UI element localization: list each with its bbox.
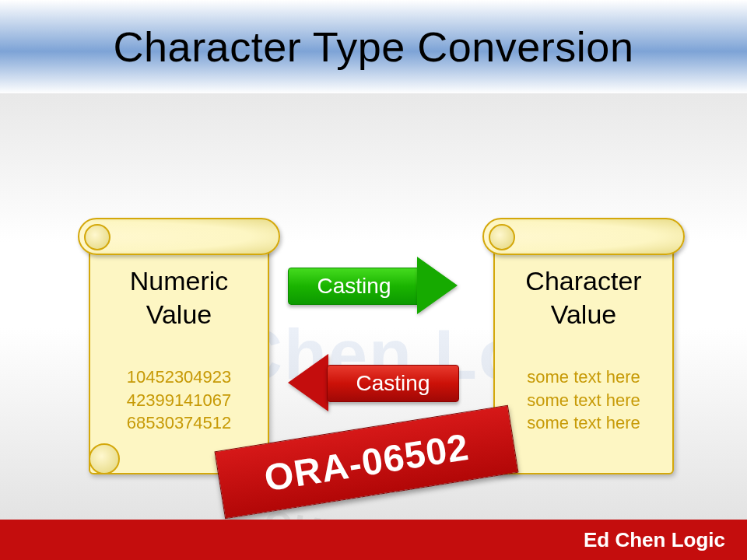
heading-line: Character	[525, 266, 641, 296]
footer-brand: Ed Chen Logic	[584, 528, 725, 552]
slide: Character Type Conversion Ed Chen Logic …	[0, 0, 747, 560]
body-area: Ed Chen Logic Numeric Value 10452304923 …	[0, 93, 747, 520]
data-row: 68530374512	[127, 413, 232, 432]
scroll-curl-icon	[489, 224, 515, 250]
scroll-top-icon	[482, 218, 685, 255]
arrow-label: Casting	[327, 365, 459, 402]
numeric-heading: Numeric Value	[89, 264, 269, 331]
arrow-label: Casting	[288, 268, 420, 305]
scroll-curl-icon	[84, 224, 110, 250]
arrow-right-icon	[417, 257, 458, 314]
numeric-data: 10452304923 42399141067 68530374512	[89, 366, 269, 435]
heading-line: Value	[551, 299, 616, 329]
heading-line: Value	[146, 299, 212, 329]
scroll-top-icon	[78, 218, 280, 255]
casting-forward-arrow: Casting	[288, 257, 458, 314]
data-row: some text here	[527, 390, 640, 410]
data-row: some text here	[527, 413, 640, 432]
heading-line: Numeric	[130, 266, 229, 296]
footer-bar: Ed Chen Logic	[0, 520, 747, 560]
character-heading: Character Value	[493, 264, 674, 331]
slide-title: Character Type Conversion	[114, 23, 634, 71]
title-band: Character Type Conversion	[0, 0, 747, 93]
data-row: 42399141067	[127, 390, 232, 410]
character-data: some text here some text here some text …	[493, 366, 674, 435]
casting-back-arrow: Casting	[288, 354, 458, 411]
scroll-curl-icon	[89, 443, 120, 474]
data-row: 10452304923	[127, 367, 232, 387]
data-row: some text here	[527, 367, 640, 387]
arrow-left-icon	[288, 354, 328, 411]
